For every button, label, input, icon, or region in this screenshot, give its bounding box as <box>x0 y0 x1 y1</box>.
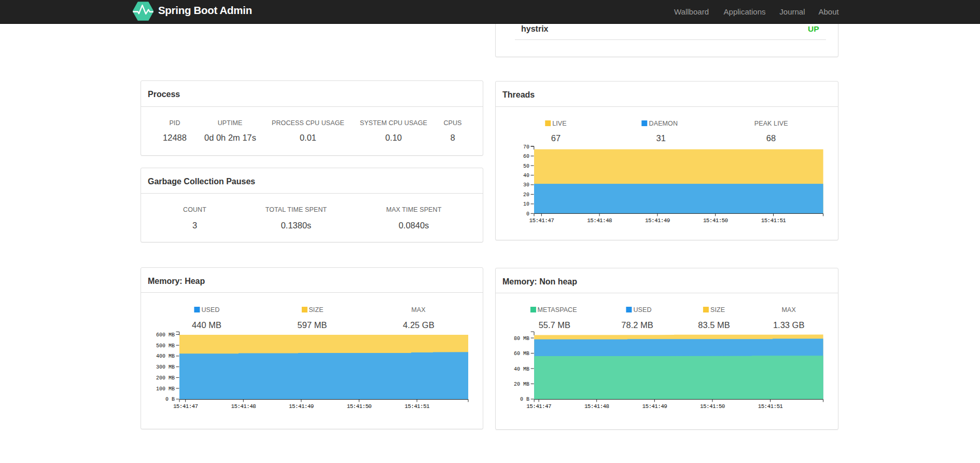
svg-text:40 MB: 40 MB <box>514 366 529 372</box>
svg-text:500 MB: 500 MB <box>156 343 175 349</box>
svg-text:15:41:50: 15:41:50 <box>700 403 725 410</box>
svg-text:15:41:48: 15:41:48 <box>587 217 612 224</box>
svg-text:60: 60 <box>523 154 529 159</box>
svg-text:60 MB: 60 MB <box>514 351 529 357</box>
svg-text:15:41:49: 15:41:49 <box>289 403 314 410</box>
svg-text:50: 50 <box>523 164 529 169</box>
svg-text:80 MB: 80 MB <box>514 336 529 342</box>
svg-text:15:41:50: 15:41:50 <box>347 403 372 410</box>
svg-text:15:41:51: 15:41:51 <box>758 403 783 410</box>
svg-text:15:41:49: 15:41:49 <box>642 403 667 410</box>
svg-text:300 MB: 300 MB <box>156 364 175 370</box>
svg-text:400 MB: 400 MB <box>156 353 175 359</box>
svg-text:200 MB: 200 MB <box>156 375 175 381</box>
svg-text:0 B: 0 B <box>520 397 529 402</box>
svg-text:20 MB: 20 MB <box>514 382 529 387</box>
svg-text:40: 40 <box>523 173 529 179</box>
svg-text:20: 20 <box>523 192 529 198</box>
svg-text:15:41:51: 15:41:51 <box>404 403 430 410</box>
svg-text:0: 0 <box>526 211 529 217</box>
svg-text:15:41:47: 15:41:47 <box>173 403 198 410</box>
svg-text:15:41:47: 15:41:47 <box>526 403 551 410</box>
svg-text:100 MB: 100 MB <box>156 386 175 392</box>
svg-text:10: 10 <box>523 201 529 207</box>
svg-text:15:41:48: 15:41:48 <box>584 403 609 410</box>
svg-text:30: 30 <box>523 182 529 188</box>
svg-text:0 B: 0 B <box>165 397 175 402</box>
svg-text:15:41:51: 15:41:51 <box>761 217 787 224</box>
svg-text:15:41:50: 15:41:50 <box>703 217 728 224</box>
svg-text:15:41:49: 15:41:49 <box>645 217 670 224</box>
svg-text:15:41:47: 15:41:47 <box>529 217 554 224</box>
svg-text:600 MB: 600 MB <box>156 332 175 338</box>
svg-text:15:41:48: 15:41:48 <box>231 403 256 410</box>
svg-text:70: 70 <box>523 144 529 150</box>
